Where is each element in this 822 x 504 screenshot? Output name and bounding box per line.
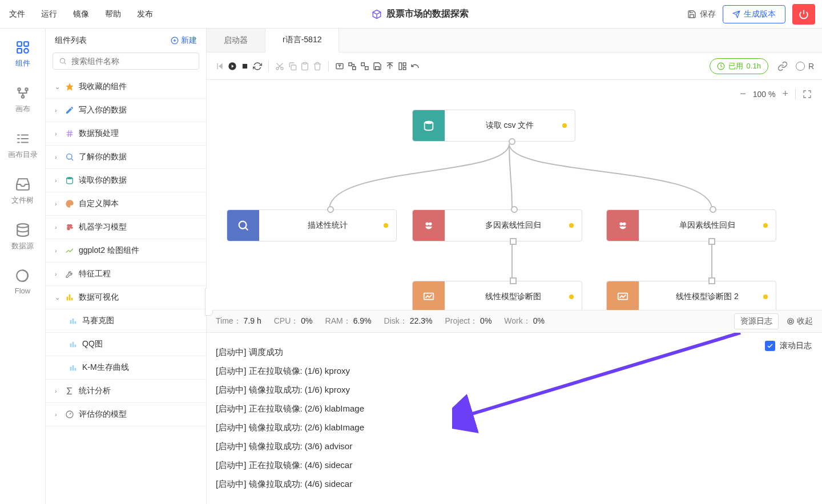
node-in-port[interactable] [511, 206, 518, 213]
flow-canvas[interactable]: − 100 % + 读取 csv 文件 描述性统计 [207, 80, 822, 310]
svg-line-19 [70, 130, 71, 137]
cut-icon[interactable] [275, 61, 285, 71]
rail-data-source[interactable]: 数据源 [11, 223, 34, 251]
tree-sub-mosaic[interactable]: 马赛克图 [46, 309, 206, 333]
kernel-badge[interactable]: R [796, 62, 814, 71]
node-out-port[interactable] [509, 138, 515, 145]
tree-item-ml-model[interactable]: ›机器学习模型 [46, 216, 206, 239]
zoom-out-button[interactable]: − [740, 88, 746, 100]
node-multi-lr[interactable]: 多因素线性回归 [412, 209, 582, 241]
refresh-icon[interactable] [252, 61, 263, 71]
node-in-port[interactable] [327, 206, 334, 213]
node-read-csv[interactable]: 读取 csv 文件 [412, 110, 575, 142]
search-input-wrap[interactable] [53, 53, 199, 70]
copy-icon[interactable] [287, 61, 297, 71]
layout-icon[interactable] [397, 61, 408, 71]
checkbox-checked-icon [765, 341, 775, 351]
svg-rect-39 [217, 63, 217, 69]
svg-point-22 [67, 177, 73, 179]
svg-rect-31 [70, 344, 72, 348]
stat-time-value: 7.9 h [244, 316, 261, 325]
scroll-log-toggle[interactable]: 滚动日志 [765, 341, 812, 351]
ungroup-icon[interactable] [360, 61, 370, 71]
collapse-log-button[interactable]: 收起 [787, 316, 813, 326]
undo-icon[interactable] [410, 61, 420, 71]
tree-item-stats[interactable]: ›统计分析 [46, 380, 206, 403]
node-icon [413, 210, 445, 241]
node-desc-stats[interactable]: 描述性统计 [227, 209, 397, 241]
rail-canvas[interactable]: 画布 [15, 86, 30, 114]
stop-icon[interactable] [240, 61, 250, 71]
chevron-right-icon: › [55, 107, 61, 114]
sigma-icon [65, 386, 74, 396]
trash-icon[interactable] [312, 61, 323, 71]
svg-rect-52 [361, 63, 364, 66]
tree-item-feature-eng[interactable]: ›特征工程 [46, 263, 206, 286]
save-icon[interactable] [372, 61, 382, 71]
text-box-icon[interactable] [335, 61, 345, 71]
generate-version-button[interactable]: 生成版本 [723, 5, 785, 23]
upload-icon[interactable] [385, 61, 395, 71]
log-line: [启动中] 调度成功 [216, 343, 813, 362]
save-button[interactable]: 保存 [687, 9, 716, 19]
menu-run[interactable]: 运行 [41, 9, 57, 19]
link-icon[interactable] [777, 61, 788, 71]
svg-point-44 [281, 67, 283, 70]
menu-help[interactable]: 帮助 [105, 9, 121, 19]
node-single-lr[interactable]: 单因素线性回归 [606, 209, 776, 241]
node-label: 描述性统计 [308, 220, 348, 231]
tree-item-write-data[interactable]: ›写入你的数据 [46, 99, 206, 122]
tab-rlang[interactable]: r语言-5812 [265, 29, 339, 53]
chart-small-icon [68, 363, 78, 372]
tab-launcher[interactable]: 启动器 [207, 29, 265, 52]
resource-log-button[interactable]: 资源日志 [734, 313, 779, 329]
svg-rect-26 [69, 295, 71, 301]
rail-flow[interactable]: Flow [15, 268, 30, 295]
svg-rect-3 [17, 49, 22, 53]
menu-publish[interactable]: 发布 [137, 9, 153, 19]
tree-item-read-data[interactable]: ›读取你的数据 [46, 169, 206, 192]
stat-disk-label: Disk： [384, 316, 408, 325]
node-in-port[interactable] [708, 277, 715, 284]
tree-item-favorites[interactable]: ⌄我收藏的组件 [46, 75, 206, 99]
skip-back-icon[interactable] [215, 61, 225, 71]
search-icon [59, 57, 67, 65]
generate-label: 生成版本 [744, 9, 776, 19]
node-in-port[interactable] [510, 277, 517, 284]
menu-image[interactable]: 镜像 [73, 9, 89, 19]
menu-file[interactable]: 文件 [9, 9, 25, 19]
svg-point-7 [21, 95, 23, 98]
fit-screen-icon[interactable] [803, 90, 812, 99]
chevron-right-icon: › [55, 388, 61, 394]
tree-item-dataviz[interactable]: ⌄数据可视化 [46, 286, 206, 309]
chevron-right-icon: › [55, 177, 61, 184]
status-dot [569, 295, 574, 299]
power-button[interactable] [792, 4, 815, 25]
node-diag1[interactable]: 线性模型诊断图 [412, 281, 582, 310]
node-out-port[interactable] [510, 238, 517, 245]
play-icon[interactable] [227, 61, 237, 71]
rail-file-tree[interactable]: 文件树 [11, 177, 34, 205]
node-diag2[interactable]: 线性模型诊断图 2 [606, 281, 776, 310]
tree-item-preprocess[interactable]: ›数据预处理 [46, 122, 206, 146]
tree-label: 数据可视化 [79, 292, 119, 303]
database-icon [15, 223, 30, 237]
rail-canvas-dir[interactable]: 画布目录 [8, 131, 38, 160]
search-input[interactable] [71, 57, 193, 66]
group-icon[interactable] [347, 61, 357, 71]
tree-sub-km[interactable]: K-M生存曲线 [46, 356, 206, 380]
tree-item-eval[interactable]: ›评估你的模型 [46, 403, 206, 426]
bars-icon [65, 293, 74, 302]
node-out-port[interactable] [708, 238, 715, 245]
rail-components[interactable]: 组件 [15, 40, 30, 68]
zoom-in-button[interactable]: + [782, 88, 788, 100]
tree-sub-qq[interactable]: QQ图 [46, 333, 206, 356]
new-component-button[interactable]: 新建 [171, 35, 197, 46]
tree-item-custom-script[interactable]: ›自定义脚本 [46, 192, 206, 216]
paste-icon[interactable] [300, 61, 310, 71]
tree-item-ggplot[interactable]: ›ggplot2 绘图组件 [46, 239, 206, 263]
node-in-port[interactable] [710, 206, 716, 213]
tree-item-explore[interactable]: ›了解你的数据 [46, 146, 206, 169]
editor-tabs: 启动器 r语言-5812 [207, 29, 822, 53]
chevron-right-icon: › [55, 130, 61, 137]
